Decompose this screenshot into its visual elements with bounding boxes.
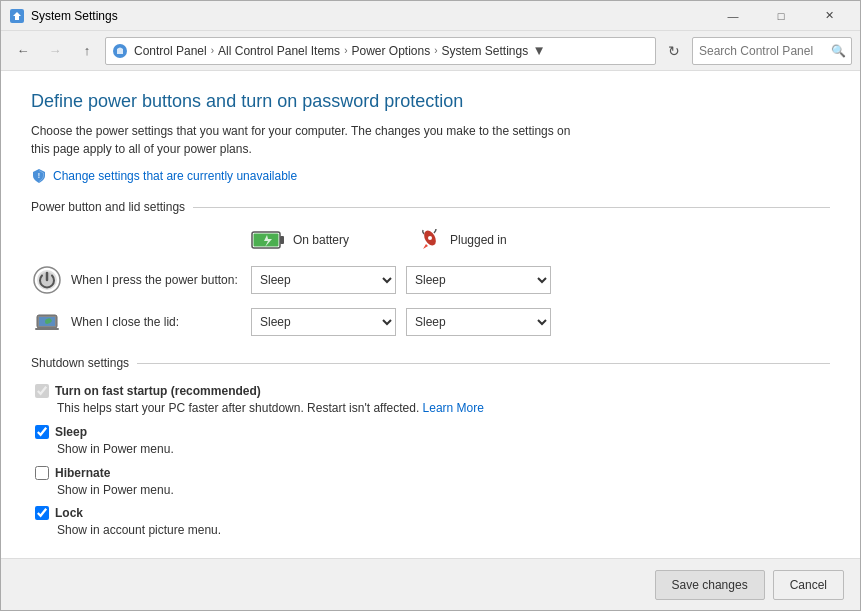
- shutdown-divider: [137, 363, 830, 364]
- footer: Save changes Cancel: [1, 558, 860, 610]
- power-button-row: When I press the power button: Do nothin…: [31, 264, 830, 296]
- breadcrumb-power-options[interactable]: Power Options: [351, 44, 430, 58]
- breadcrumb: Control Panel › All Control Panel Items …: [105, 37, 656, 65]
- breadcrumb-dropdown-button[interactable]: ▼: [530, 40, 548, 62]
- section-divider: [193, 207, 830, 208]
- cancel-button[interactable]: Cancel: [773, 570, 844, 600]
- page-description: Choose the power settings that you want …: [31, 122, 591, 158]
- svg-text:!: !: [38, 172, 40, 179]
- shutdown-section: Shutdown settings Turn on fast startup (…: [31, 356, 830, 539]
- power-section-header: Power button and lid settings: [31, 200, 830, 214]
- fast-startup-item: Turn on fast startup (recommended) This …: [31, 384, 830, 417]
- fast-startup-label: Turn on fast startup (recommended): [55, 384, 261, 398]
- battery-label: On battery: [293, 233, 349, 247]
- breadcrumb-control-panel[interactable]: Control Panel: [134, 44, 207, 58]
- svg-rect-14: [35, 328, 59, 330]
- content-area: Define power buttons and turn on passwor…: [1, 71, 860, 558]
- fast-startup-row: Turn on fast startup (recommended): [35, 384, 830, 398]
- sleep-row: Sleep: [35, 425, 830, 439]
- hibernate-item: Hibernate Show in Power menu.: [31, 466, 830, 499]
- main-window: System Settings — □ ✕ ← → ↑ Control Pane…: [0, 0, 861, 611]
- lid-selects: Do nothing Sleep Hibernate Shut down Tur…: [251, 308, 551, 336]
- column-headers: On battery Plugged in: [251, 228, 830, 252]
- battery-column-header: On battery: [251, 228, 406, 252]
- hibernate-label: Hibernate: [55, 466, 110, 480]
- svg-rect-4: [280, 236, 284, 244]
- power-button-icon: [31, 264, 63, 296]
- learn-more-link[interactable]: Learn More: [423, 401, 484, 415]
- svg-point-8: [428, 236, 432, 240]
- breadcrumb-all-items[interactable]: All Control Panel Items: [218, 44, 340, 58]
- title-bar: System Settings — □ ✕: [1, 1, 860, 31]
- lock-checkbox[interactable]: [35, 506, 49, 520]
- sleep-item: Sleep Show in Power menu.: [31, 425, 830, 458]
- maximize-button[interactable]: □: [758, 1, 804, 31]
- window-controls: — □ ✕: [710, 1, 852, 31]
- fast-startup-checkbox[interactable]: [35, 384, 49, 398]
- save-changes-button[interactable]: Save changes: [655, 570, 765, 600]
- page-title: Define power buttons and turn on passwor…: [31, 91, 830, 112]
- search-wrapper: 🔍: [692, 37, 852, 65]
- shield-icon: !: [31, 168, 47, 184]
- back-button[interactable]: ←: [9, 37, 37, 65]
- folder-icon: [112, 43, 128, 59]
- change-settings-link[interactable]: ! Change settings that are currently una…: [31, 168, 830, 184]
- hibernate-row: Hibernate: [35, 466, 830, 480]
- change-settings-label: Change settings that are currently unava…: [53, 169, 297, 183]
- lid-label: When I close the lid:: [71, 315, 251, 329]
- laptop-icon: [32, 307, 62, 337]
- shutdown-section-title: Shutdown settings: [31, 356, 129, 370]
- refresh-button[interactable]: ↻: [660, 37, 688, 65]
- lid-row: When I close the lid: Do nothing Sleep H…: [31, 306, 830, 338]
- plugged-in-icon: [416, 228, 444, 252]
- lock-row: Lock: [35, 506, 830, 520]
- minimize-button[interactable]: —: [710, 1, 756, 31]
- breadcrumb-system-settings[interactable]: System Settings: [442, 44, 529, 58]
- pluggedin-label: Plugged in: [450, 233, 507, 247]
- sleep-checkbox[interactable]: [35, 425, 49, 439]
- battery-icon: [251, 228, 287, 252]
- power-section-title: Power button and lid settings: [31, 200, 185, 214]
- power-button-pluggedin-select[interactable]: Do nothing Sleep Hibernate Shut down Tur…: [406, 266, 551, 294]
- hibernate-desc: Show in Power menu.: [35, 482, 830, 499]
- lid-battery-select[interactable]: Do nothing Sleep Hibernate Shut down Tur…: [251, 308, 396, 336]
- forward-button[interactable]: →: [41, 37, 69, 65]
- up-button[interactable]: ↑: [73, 37, 101, 65]
- power-button-section: Power button and lid settings On batter: [31, 200, 830, 338]
- lock-item: Lock Show in account picture menu.: [31, 506, 830, 539]
- pluggedin-column-header: Plugged in: [416, 228, 571, 252]
- sleep-label: Sleep: [55, 425, 87, 439]
- hibernate-checkbox[interactable]: [35, 466, 49, 480]
- lid-pluggedin-select[interactable]: Do nothing Sleep Hibernate Shut down Tur…: [406, 308, 551, 336]
- lock-desc: Show in account picture menu.: [35, 522, 830, 539]
- address-bar: ← → ↑ Control Panel › All Control Panel …: [1, 31, 860, 71]
- fast-startup-desc: This helps start your PC faster after sh…: [35, 400, 830, 417]
- power-button-label: When I press the power button:: [71, 273, 251, 287]
- window-icon: [9, 8, 25, 24]
- window-title: System Settings: [31, 9, 710, 23]
- power-button-selects: Do nothing Sleep Hibernate Shut down Tur…: [251, 266, 551, 294]
- lock-label: Lock: [55, 506, 83, 520]
- lid-icon: [31, 306, 63, 338]
- search-input[interactable]: [692, 37, 852, 65]
- close-button[interactable]: ✕: [806, 1, 852, 31]
- power-icon: [32, 265, 62, 295]
- power-button-battery-select[interactable]: Do nothing Sleep Hibernate Shut down Tur…: [251, 266, 396, 294]
- shutdown-section-header: Shutdown settings: [31, 356, 830, 370]
- sleep-desc: Show in Power menu.: [35, 441, 830, 458]
